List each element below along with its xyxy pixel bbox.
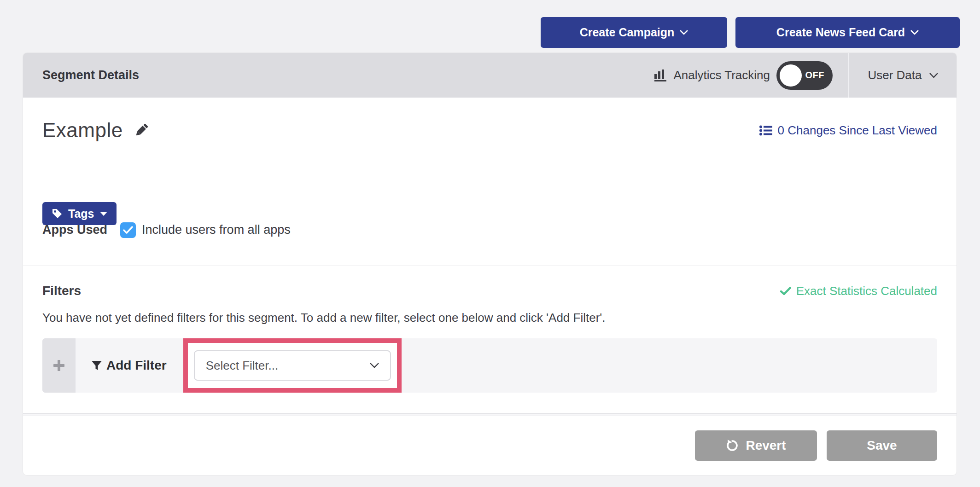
analytics-tracking-label: Analytics Tracking [673, 68, 770, 82]
page-title: Segment Details [42, 68, 139, 82]
chevron-down-icon [929, 73, 938, 78]
include-all-apps-checkbox[interactable] [120, 222, 136, 238]
revert-button-label: Revert [746, 438, 786, 453]
funnel-icon [91, 360, 102, 371]
segment-title-section: Example [23, 98, 957, 194]
add-filter-label-group: Add Filter [91, 358, 167, 373]
toggle-knob [780, 64, 802, 87]
select-filter-dropdown[interactable]: Select Filter... [194, 350, 391, 381]
create-news-feed-label: Create News Feed Card [776, 26, 905, 39]
bar-chart-icon [654, 70, 667, 81]
user-data-label: User Data [868, 68, 922, 82]
checkmark-icon [780, 287, 791, 296]
filters-section: Filters Exact Statistics Calculated You … [23, 266, 957, 413]
filters-description: You have not yet defined filters for thi… [42, 311, 937, 325]
undo-icon [726, 439, 739, 452]
analytics-tracking-toggle[interactable]: OFF [776, 61, 833, 90]
analytics-tracking-block: Analytics Tracking OFF [654, 53, 848, 98]
tags-button-label: Tags [68, 207, 94, 220]
save-button-label: Save [867, 438, 897, 453]
select-filter-placeholder: Select Filter... [206, 359, 279, 373]
tags-button[interactable]: Tags [42, 202, 117, 225]
changes-since-last-viewed-link[interactable]: 0 Changes Since Last Viewed [759, 123, 937, 138]
create-campaign-label: Create Campaign [580, 26, 675, 39]
select-filter-highlight: Select Filter... [183, 338, 402, 393]
toggle-state-label: OFF [805, 70, 825, 81]
user-data-dropdown[interactable]: User Data [849, 53, 957, 98]
include-all-apps-label: Include users from all apps [142, 223, 291, 237]
tag-icon [52, 208, 63, 219]
segment-details-card: Segment Details Analytics Tracking [23, 53, 957, 475]
list-icon [759, 125, 772, 136]
changes-link-label: 0 Changes Since Last Viewed [778, 123, 937, 138]
add-filter-label: Add Filter [106, 358, 167, 373]
revert-button[interactable]: Revert [695, 430, 817, 461]
chevron-down-icon [370, 363, 379, 368]
create-campaign-button[interactable]: Create Campaign [541, 17, 727, 48]
pencil-icon[interactable] [133, 122, 150, 139]
segment-details-page: Create Campaign Create News Feed Card Se… [0, 0, 980, 487]
segment-name: Example [42, 119, 123, 142]
exact-statistics-status: Exact Statistics Calculated [780, 284, 937, 298]
card-header: Segment Details Analytics Tracking [23, 53, 957, 98]
chevron-down-icon [910, 30, 919, 35]
create-news-feed-card-button[interactable]: Create News Feed Card [735, 17, 960, 48]
caret-down-icon [100, 212, 107, 216]
filters-heading: Filters [42, 284, 81, 298]
chevron-down-icon [680, 30, 688, 35]
exact-statistics-label: Exact Statistics Calculated [796, 284, 937, 298]
apps-used-section: Apps Used Include users from all apps [23, 194, 957, 266]
footer-actions: Revert Save [23, 416, 957, 475]
add-filter-row: Add Filter Select Filter... [42, 338, 937, 393]
plus-icon [53, 359, 65, 371]
add-row-button[interactable] [42, 338, 76, 393]
save-button[interactable]: Save [827, 430, 937, 461]
